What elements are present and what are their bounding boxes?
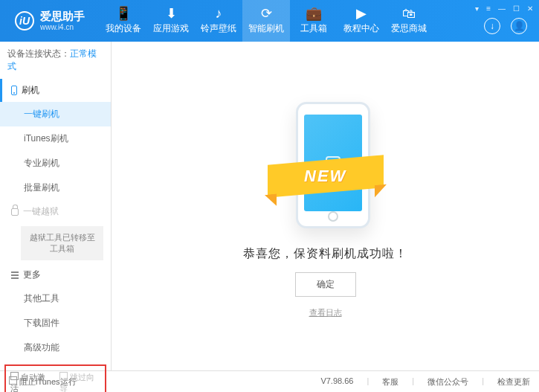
lock-icon bbox=[11, 208, 19, 216]
connection-status: 设备连接状态：正常模式 bbox=[0, 42, 111, 79]
sidebar: 设备连接状态：正常模式 刷机 一键刷机 iTunes刷机 专业刷机 批量刷机 一… bbox=[0, 42, 112, 370]
apps-icon: ⬇ bbox=[166, 7, 177, 20]
check-update-link[interactable]: 检查更新 bbox=[497, 376, 530, 388]
nav-tutorials[interactable]: ▶教程中心 bbox=[338, 0, 385, 42]
sidebar-item-oneclick-flash[interactable]: 一键刷机 bbox=[0, 102, 111, 126]
toolbox-icon: 💼 bbox=[306, 7, 322, 20]
nav-label: 我的设备 bbox=[106, 22, 141, 35]
store-icon: 🛍 bbox=[402, 7, 416, 20]
minimize-icon[interactable]: — bbox=[498, 4, 506, 13]
section-label: 更多 bbox=[23, 269, 41, 281]
section-flash[interactable]: 刷机 bbox=[0, 79, 111, 102]
top-nav: 📱我的设备 ⬇应用游戏 ♪铃声壁纸 ⟳智能刷机 💼工具箱 ▶教程中心 🛍爱思商城 bbox=[100, 0, 433, 42]
jailbreak-note: 越狱工具已转移至工具箱 bbox=[21, 226, 103, 260]
app-title: 爱思助手 bbox=[40, 10, 85, 23]
skip-guide-checkbox[interactable]: 跳过向导 bbox=[59, 372, 101, 392]
nav-ringtones[interactable]: ♪铃声壁纸 bbox=[195, 0, 242, 42]
section-jailbreak: 一键越狱 bbox=[0, 200, 111, 223]
logo-icon: iU bbox=[15, 11, 34, 30]
ringtone-icon: ♪ bbox=[216, 7, 222, 20]
tutorial-icon: ▶ bbox=[356, 7, 367, 20]
app-header: iU 爱思助手 www.i4.cn 📱我的设备 ⬇应用游戏 ♪铃声壁纸 ⟳智能刷… bbox=[0, 0, 539, 42]
sidebar-item-download-firmware[interactable]: 下载固件 bbox=[0, 311, 111, 335]
support-link[interactable]: 客服 bbox=[382, 376, 398, 388]
version-label: V7.98.66 bbox=[320, 376, 353, 388]
nav-label: 智能刷机 bbox=[248, 22, 284, 35]
nav-toolbox[interactable]: 💼工具箱 bbox=[290, 0, 338, 42]
sidebar-item-advanced[interactable]: 高级功能 bbox=[0, 335, 111, 360]
nav-flash[interactable]: ⟳智能刷机 bbox=[242, 0, 290, 42]
nav-label: 爱思商城 bbox=[391, 22, 427, 35]
success-illustration: NEW bbox=[274, 94, 378, 236]
menu-icon[interactable]: ≡ bbox=[486, 4, 491, 13]
maximize-icon[interactable]: ☐ bbox=[513, 4, 520, 13]
user-icon[interactable]: 👤 bbox=[511, 18, 527, 34]
success-message: 恭喜您，保资料刷机成功啦！ bbox=[243, 246, 407, 262]
list-icon bbox=[11, 271, 19, 279]
sidebar-item-batch-flash[interactable]: 批量刷机 bbox=[0, 176, 111, 200]
sidebar-item-itunes-flash[interactable]: iTunes刷机 bbox=[0, 126, 111, 151]
main-content: NEW 恭喜您，保资料刷机成功啦！ 确定 查看日志 bbox=[112, 42, 539, 370]
section-label: 刷机 bbox=[22, 84, 39, 97]
flash-icon: ⟳ bbox=[261, 7, 272, 20]
ok-button[interactable]: 确定 bbox=[295, 272, 356, 297]
nav-store[interactable]: 🛍爱思商城 bbox=[385, 0, 433, 42]
dropdown-icon[interactable]: ▾ bbox=[475, 4, 479, 13]
status-label: 设备连接状态： bbox=[7, 48, 70, 59]
sidebar-item-other-tools[interactable]: 其他工具 bbox=[0, 286, 111, 311]
section-label: 一键越狱 bbox=[23, 205, 59, 218]
app-url: www.i4.cn bbox=[40, 23, 85, 32]
section-more[interactable]: 更多 bbox=[0, 263, 111, 286]
view-log-link[interactable]: 查看日志 bbox=[309, 307, 342, 318]
phone-icon bbox=[11, 86, 17, 95]
nav-label: 教程中心 bbox=[343, 22, 379, 35]
close-icon[interactable]: ✕ bbox=[527, 4, 533, 13]
nav-label: 铃声壁纸 bbox=[201, 22, 236, 35]
logo-block: iU 爱思助手 www.i4.cn bbox=[0, 10, 100, 32]
window-controls: ▾ ≡ — ☐ ✕ bbox=[475, 4, 533, 13]
device-icon: 📱 bbox=[115, 7, 132, 20]
nav-label: 应用游戏 bbox=[153, 22, 189, 35]
sidebar-item-pro-flash[interactable]: 专业刷机 bbox=[0, 151, 111, 176]
download-icon[interactable]: ↓ bbox=[484, 18, 500, 34]
nav-apps[interactable]: ⬇应用游戏 bbox=[147, 0, 195, 42]
wechat-link[interactable]: 微信公众号 bbox=[427, 376, 468, 388]
nav-my-device[interactable]: 📱我的设备 bbox=[100, 0, 147, 42]
nav-label: 工具箱 bbox=[300, 22, 327, 35]
